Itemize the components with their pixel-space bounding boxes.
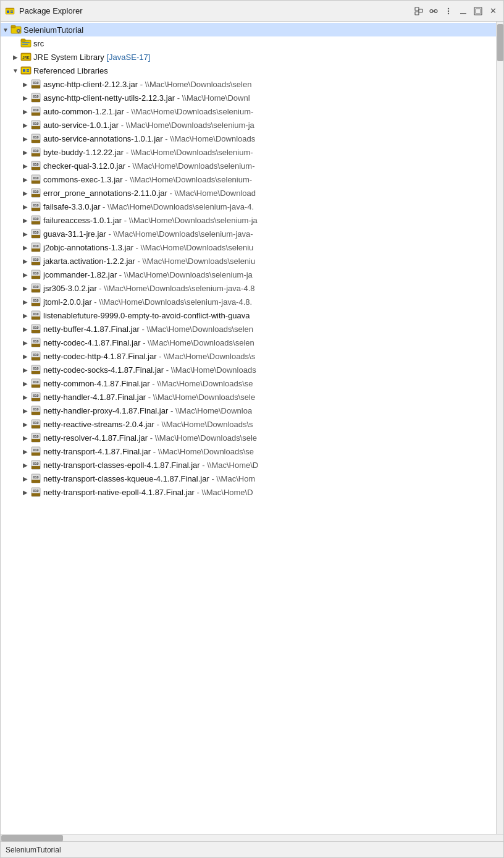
expander-jar-27[interactable]: ▶ (20, 444, 30, 458)
expander-jar-28[interactable]: ▶ (20, 458, 30, 472)
tree-item-jar-13[interactable]: ▶ 010 jakarta.activation-1.2.2.jar - \\M… (1, 254, 496, 268)
jar-label-12: j2objc-annotations-1.3.jar - \\Mac\Home\… (43, 243, 253, 252)
svg-point-10 (448, 7, 449, 9)
expander-jar-30[interactable]: ▶ (20, 485, 30, 499)
expander-jar-6[interactable]: ▶ (20, 159, 30, 172)
tree-item-jar-5[interactable]: ▶ 010 byte-buddy-1.12.22.jar - \\Mac\Hom… (1, 145, 496, 159)
svg-rect-7 (415, 12, 419, 15)
svg-rect-94 (32, 344, 40, 347)
jar-icon-11: 010 (30, 228, 41, 239)
expander-jar-29[interactable]: ▶ (20, 472, 30, 485)
vertical-scrollbar[interactable] (496, 22, 503, 834)
svg-text:JRE: JRE (22, 56, 30, 59)
expander-jar-21[interactable]: ▶ (20, 363, 30, 376)
tree-item-jar-27[interactable]: ▶ 010 netty-transport-4.1.87.Final.jar -… (1, 444, 496, 458)
expander-jar-0[interactable]: ▶ (20, 77, 30, 91)
jar-label-11: guava-31.1-jre.jar - \\Mac\Home\Download… (43, 229, 253, 239)
expander-jar-5[interactable]: ▶ (20, 145, 30, 159)
tree-item-jar-11[interactable]: ▶ 010 guava-31.1-jre.jar - \\Mac\Home\Do… (1, 227, 496, 240)
tree-item-jar-3[interactable]: ▶ 010 auto-service-1.0.1.jar - \\Mac\Hom… (1, 118, 496, 132)
tree-item-jar-18[interactable]: ▶ 010 netty-buffer-4.1.87.Final.jar - \\… (1, 322, 496, 336)
svg-text:010: 010 (33, 285, 38, 289)
tree-item-jar-29[interactable]: ▶ 010 netty-transport-classes-kqueue-4.1… (1, 472, 496, 485)
expander-jar-9[interactable]: ▶ (20, 200, 30, 213)
svg-rect-97 (32, 357, 40, 360)
expander-jar-17[interactable]: ▶ (20, 308, 30, 322)
expander-jar-13[interactable]: ▶ (20, 254, 30, 268)
svg-text:010: 010 (33, 176, 38, 180)
tree-item-jar-25[interactable]: ▶ 010 netty-reactive-streams-2.0.4.jar -… (1, 417, 496, 431)
tree-item-jar-1[interactable]: ▶ 010 async-http-client-netty-utils-2.12… (1, 91, 496, 104)
tree-item-jar-9[interactable]: ▶ 010 failsafe-3.3.0.jar - \\Mac\Home\Do… (1, 200, 496, 213)
tree-item-jar-28[interactable]: ▶ 010 netty-transport-classes-epoll-4.1.… (1, 458, 496, 472)
tree-item-jar-23[interactable]: ▶ 010 netty-handler-4.1.87.Final.jar - \… (1, 390, 496, 404)
svg-rect-22 (17, 30, 17, 32)
tree-item-jar-24[interactable]: ▶ 010 netty-handler-proxy-4.1.87.Final.j… (1, 404, 496, 417)
tree-item-jar-12[interactable]: ▶ 010 j2objc-annotations-1.3.jar - \\Mac… (1, 240, 496, 254)
tree-item-jar-17[interactable]: ▶ 010 listenablefuture-9999.0-empty-to-a… (1, 308, 496, 322)
tree-item-jar-10[interactable]: ▶ 010 failureaccess-1.0.1.jar - \\Mac\Ho… (1, 213, 496, 227)
panel-title-area: Package Explorer (4, 6, 408, 17)
expander-jar-8[interactable]: ▶ (20, 186, 30, 200)
expander-jar-3[interactable]: ▶ (20, 118, 30, 132)
close-button[interactable]: ✕ (486, 4, 500, 18)
tree-item-jar-16[interactable]: ▶ 010 jtoml-2.0.0.jar - \\Mac\Home\Downl… (1, 295, 496, 308)
tree-item-jar-6[interactable]: ▶ 010 checker-qual-3.12.0.jar - \\Mac\Ho… (1, 159, 496, 172)
expander-jar-20[interactable]: ▶ (20, 349, 30, 363)
expander-jre[interactable]: ▶ (10, 50, 20, 64)
expander-jar-16[interactable]: ▶ (20, 295, 30, 308)
panel-header: Package Explorer (1, 1, 503, 22)
expander-jar-22[interactable]: ▶ (20, 376, 30, 390)
tree-item-jar-7[interactable]: ▶ 010 commons-exec-1.3.jar - \\Mac\Home\… (1, 172, 496, 186)
tree-item-jar-21[interactable]: ▶ 010 netty-codec-socks-4.1.87.Final.jar… (1, 363, 496, 376)
svg-text:010: 010 (33, 258, 38, 261)
jar-icon-16: 010 (30, 296, 41, 307)
tree-item-jar-8[interactable]: ▶ 010 error_prone_annotations-2.11.0.jar… (1, 186, 496, 200)
link-with-editor-button[interactable] (427, 4, 440, 18)
expander-jar-4[interactable]: ▶ (20, 132, 30, 145)
expander-jar-19[interactable]: ▶ (20, 336, 30, 349)
expander-project[interactable]: ▼ (1, 23, 10, 36)
expander-jar-26[interactable]: ▶ (20, 431, 30, 444)
expander-jar-12[interactable]: ▶ (20, 240, 30, 254)
collapse-all-button[interactable] (412, 4, 426, 18)
jar-list: ▶ 010 async-http-client-2.12.3.jar - \\M… (1, 77, 496, 499)
jar-label-14: jcommander-1.82.jar - \\Mac\Home\Downloa… (43, 270, 253, 279)
expander-jar-18[interactable]: ▶ (20, 322, 30, 336)
project-icon (10, 24, 22, 35)
tree-item-jar-4[interactable]: ▶ 010 auto-service-annotations-1.0.1.jar… (1, 132, 496, 145)
maximize-button[interactable] (471, 4, 485, 18)
tree-item-jar-30[interactable]: ▶ 010 netty-transport-native-epoll-4.1.8… (1, 485, 496, 499)
tree-item-jre[interactable]: ▶ JRE JRE System Library [JavaSE-17] (1, 50, 496, 64)
expander-jar-7[interactable]: ▶ (20, 172, 30, 186)
expander-jar-15[interactable]: ▶ (20, 281, 30, 295)
expander-jar-10[interactable]: ▶ (20, 213, 30, 227)
svg-rect-112 (32, 425, 40, 428)
minimize-button[interactable] (456, 4, 470, 18)
tree-item-jar-26[interactable]: ▶ 010 netty-resolver-4.1.87.Final.jar - … (1, 431, 496, 444)
tree-item-jar-14[interactable]: ▶ 010 jcommander-1.82.jar - \\Mac\Home\D… (1, 268, 496, 281)
expander-jar-23[interactable]: ▶ (20, 390, 30, 404)
horizontal-scrollbar-area[interactable] (1, 834, 503, 841)
tree-item-jar-15[interactable]: ▶ 010 jsr305-3.0.2.jar - \\Mac\Home\Down… (1, 281, 496, 295)
expander-jar-1[interactable]: ▶ (20, 91, 30, 104)
scrollbar-thumb[interactable] (497, 24, 503, 61)
jre-icon: JRE (20, 51, 32, 62)
tree-item-jar-2[interactable]: ▶ 010 auto-common-1.2.1.jar - \\Mac\Home… (1, 104, 496, 118)
tree-item-ref-libs[interactable]: ▼ Referenced Libraries (1, 64, 496, 77)
expander-jar-2[interactable]: ▶ (20, 104, 30, 118)
expander-jar-14[interactable]: ▶ (20, 268, 30, 281)
expander-jar-11[interactable]: ▶ (20, 227, 30, 240)
expander-jar-24[interactable]: ▶ (20, 404, 30, 417)
hscrollbar-thumb[interactable] (1, 835, 63, 841)
tree-item-jar-19[interactable]: ▶ 010 netty-codec-4.1.87.Final.jar - \\M… (1, 336, 496, 349)
view-menu-button[interactable] (442, 4, 455, 18)
expander-ref-libs[interactable]: ▼ (10, 64, 20, 77)
tree-item-jar-0[interactable]: ▶ 010 async-http-client-2.12.3.jar - \\M… (1, 77, 496, 91)
tree-item-src[interactable]: ▶ src (1, 36, 496, 50)
jar-icon-10: 010 (30, 214, 41, 226)
tree-item-jar-22[interactable]: ▶ 010 netty-common-4.1.87.Final.jar - \\… (1, 376, 496, 390)
tree-item-jar-20[interactable]: ▶ 010 netty-codec-http-4.1.87.Final.jar … (1, 349, 496, 363)
expander-jar-25[interactable]: ▶ (20, 417, 30, 431)
tree-item-project[interactable]: ▼ SeleniumTutorial (1, 23, 496, 36)
